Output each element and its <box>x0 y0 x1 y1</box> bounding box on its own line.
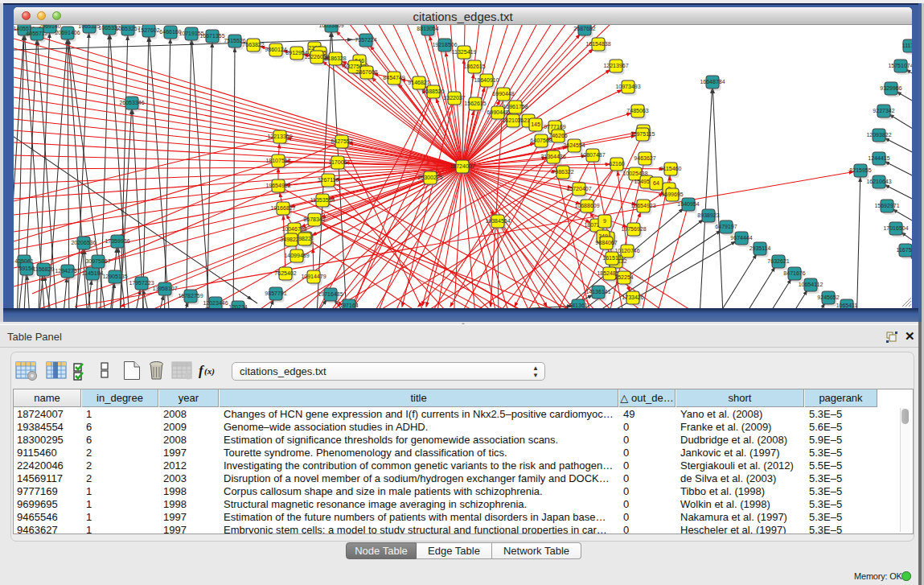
svg-text:20691406: 20691406 <box>55 30 80 35</box>
svg-text:3267110: 3267110 <box>318 177 339 183</box>
svg-text:19166827: 19166827 <box>270 205 295 211</box>
svg-text:9245652: 9245652 <box>817 295 839 300</box>
svg-text:14136141: 14136141 <box>585 289 610 295</box>
svg-text:30975867: 30975867 <box>85 258 110 264</box>
svg-text:7986322: 7986322 <box>552 169 573 175</box>
svg-text:12942757: 12942757 <box>55 268 80 274</box>
svg-text:10120746: 10120746 <box>614 248 639 253</box>
svg-text:18724007: 18724007 <box>450 163 474 169</box>
svg-text:12093822: 12093822 <box>866 132 891 138</box>
svg-text:9: 9 <box>603 218 606 224</box>
svg-text:9329966: 9329966 <box>880 85 901 91</box>
svg-text:117006: 117006 <box>329 159 347 165</box>
svg-text:145: 145 <box>531 122 540 127</box>
svg-text:12213369: 12213369 <box>267 134 292 139</box>
svg-text:1862615: 1862615 <box>463 64 485 69</box>
svg-text:2687682: 2687682 <box>573 26 595 31</box>
svg-text:9857791: 9857791 <box>265 290 286 296</box>
svg-text:9115460: 9115460 <box>660 166 682 171</box>
svg-text:10807487: 10807487 <box>580 152 605 158</box>
svg-text:6990448: 6990448 <box>487 109 508 115</box>
svg-text:116753: 116753 <box>897 247 912 253</box>
svg-text:141361: 141361 <box>569 303 587 308</box>
svg-text:19384554: 19384554 <box>485 218 510 224</box>
svg-text:18107512: 18107512 <box>265 158 290 163</box>
svg-text:2935114: 2935114 <box>749 245 771 251</box>
svg-text:10653257: 10653257 <box>115 26 140 31</box>
svg-text:16648784: 16648784 <box>700 79 725 84</box>
svg-text:15751074: 15751074 <box>888 63 912 68</box>
svg-text:11353594: 11353594 <box>310 197 335 203</box>
svg-text:12905135: 12905135 <box>102 274 127 279</box>
svg-text:3322037: 3322037 <box>443 95 465 101</box>
svg-text:8678342: 8678342 <box>303 216 325 222</box>
svg-text:10654112: 10654112 <box>799 282 823 287</box>
svg-text:18640910: 18640910 <box>474 77 499 83</box>
svg-text:7663822: 7663822 <box>242 42 264 47</box>
svg-text:252254: 252254 <box>614 274 633 280</box>
svg-text:1733426: 1733426 <box>622 295 643 300</box>
svg-text:197164: 197164 <box>339 303 358 308</box>
svg-text:20206536: 20206536 <box>71 240 96 245</box>
svg-text:9777169: 9777169 <box>544 124 565 130</box>
svg-text:8471676: 8471676 <box>783 270 805 276</box>
svg-text:9146821: 9146821 <box>408 80 429 85</box>
svg-text:9463627: 9463627 <box>634 155 655 161</box>
svg-text:17957223: 17957223 <box>129 280 154 286</box>
svg-text:16154838: 16154838 <box>585 41 610 47</box>
svg-text:62160: 62160 <box>609 161 625 167</box>
svg-text:13958107: 13958107 <box>152 286 177 291</box>
svg-text:6407568: 6407568 <box>530 138 552 143</box>
svg-text:11170: 11170 <box>902 43 912 48</box>
svg-text:3624554: 3624554 <box>563 142 585 148</box>
svg-text:10688609: 10688609 <box>574 203 599 208</box>
svg-text:10973493: 10973493 <box>615 84 640 89</box>
svg-text:16782759: 16782759 <box>178 293 203 299</box>
svg-text:8454749: 8454749 <box>383 75 405 80</box>
svg-text:19654982: 19654982 <box>265 183 290 188</box>
svg-text:8813054: 8813054 <box>417 26 438 31</box>
svg-text:1244415: 1244415 <box>868 155 889 161</box>
svg-text:1065411: 1065411 <box>836 303 858 308</box>
svg-text:1588520: 1588520 <box>422 89 444 94</box>
svg-text:9699695: 9699695 <box>661 192 683 197</box>
svg-text:16961758: 16961758 <box>503 104 528 109</box>
svg-text:11325419: 11325419 <box>452 49 477 55</box>
svg-text:1145194: 1145194 <box>82 270 104 276</box>
svg-text:1527602: 1527602 <box>138 27 159 33</box>
svg-text:9860124: 9860124 <box>265 47 286 52</box>
svg-text:19218506: 19218506 <box>432 42 457 47</box>
svg-text:19716485: 19716485 <box>318 291 343 297</box>
svg-text:1156829: 1156829 <box>33 266 55 272</box>
svg-text:17359936: 17359936 <box>105 238 129 244</box>
svg-text:14099489: 14099489 <box>284 253 309 258</box>
svg-text:12213967: 12213967 <box>603 63 628 68</box>
svg-text:16033809: 16033809 <box>318 25 343 28</box>
svg-text:10914479: 10914479 <box>301 274 326 279</box>
svg-text:1562615: 1562615 <box>464 101 486 106</box>
svg-text:10046798: 10046798 <box>281 226 306 232</box>
svg-text:161513: 161513 <box>602 255 621 261</box>
svg-text:7632621: 7632621 <box>767 258 789 264</box>
svg-text:25300275: 25300275 <box>417 175 442 180</box>
svg-text:19654923: 19654923 <box>630 203 655 208</box>
svg-text:8427552: 8427552 <box>331 138 352 144</box>
svg-text:6479197: 6479197 <box>715 224 737 229</box>
svg-text:15720407: 15720407 <box>566 186 591 192</box>
svg-text:7357224: 7357224 <box>355 37 376 43</box>
svg-text:1640954: 1640954 <box>677 201 699 207</box>
svg-text:12023446: 12023446 <box>203 300 228 306</box>
svg-text:6990448: 6990448 <box>492 91 514 97</box>
svg-text:9884067: 9884067 <box>595 240 617 245</box>
svg-text:9674444: 9674444 <box>730 235 752 241</box>
svg-text:9822: 9822 <box>298 236 311 241</box>
svg-text:12975115: 12975115 <box>630 131 655 137</box>
svg-text:1065325: 1065325 <box>78 25 100 29</box>
svg-text:8215955: 8215955 <box>849 167 871 173</box>
svg-text:15692971: 15692971 <box>874 203 899 208</box>
svg-text:8938923: 8938923 <box>697 212 719 218</box>
svg-text:26053346: 26053346 <box>119 100 144 105</box>
svg-text:(x): (x) <box>204 366 215 377</box>
svg-text:16671355: 16671355 <box>199 33 224 39</box>
svg-text:7625402: 7625402 <box>274 270 296 276</box>
